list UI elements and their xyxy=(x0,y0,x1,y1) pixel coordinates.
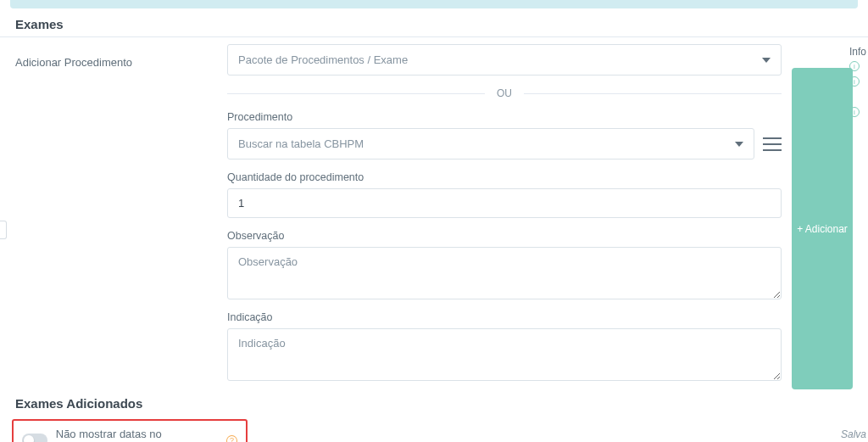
add-button-label: + Adicionar xyxy=(797,223,848,235)
chevron-down-icon xyxy=(735,142,743,147)
hide-dates-toggle[interactable] xyxy=(22,434,47,442)
package-select-placeholder: Pacote de Procedimentos / Exame xyxy=(238,53,408,66)
info-icon[interactable]: i xyxy=(849,61,860,71)
save-hint: Salva xyxy=(841,428,866,440)
procedure-label: Procedimento xyxy=(227,111,782,123)
info-icon[interactable]: i xyxy=(849,76,860,87)
add-procedure-label: Adicionar Procedimento xyxy=(15,44,227,389)
observation-label: Observação xyxy=(227,230,782,242)
chevron-down-icon xyxy=(762,58,771,63)
indication-label: Indicação xyxy=(227,311,782,323)
help-icon[interactable]: ? xyxy=(226,435,237,443)
quantity-input[interactable] xyxy=(227,188,782,218)
section-added-title: Exames Adicionados xyxy=(0,389,868,419)
info-icon[interactable]: i xyxy=(849,107,860,117)
separator-row: OU xyxy=(227,87,782,99)
quantity-label: Quantidade do procedimento xyxy=(227,171,782,183)
observation-textarea[interactable] xyxy=(227,247,782,299)
add-procedure-form: Adicionar Procedimento Pacote de Procedi… xyxy=(0,44,868,389)
package-select[interactable]: Pacote de Procedimentos / Exame xyxy=(227,44,782,76)
hide-dates-row: Não mostrar datas no documento ? xyxy=(12,419,248,442)
procedure-select[interactable]: Buscar na tabela CBHPM xyxy=(227,128,754,159)
procedure-select-placeholder: Buscar na tabela CBHPM xyxy=(238,137,364,150)
indication-textarea[interactable] xyxy=(227,328,782,381)
hide-dates-label: Não mostrar datas no documento xyxy=(56,428,218,442)
add-button[interactable]: + Adicionar xyxy=(792,68,853,389)
section-exams-title: Exames xyxy=(0,8,868,37)
info-banner xyxy=(10,0,858,8)
info-sidebar: Info i i i xyxy=(849,46,868,122)
separator-label: OU xyxy=(485,87,524,99)
list-icon[interactable] xyxy=(763,137,782,151)
collapse-handle[interactable] xyxy=(0,221,7,239)
info-sidebar-label: Info xyxy=(849,46,868,58)
